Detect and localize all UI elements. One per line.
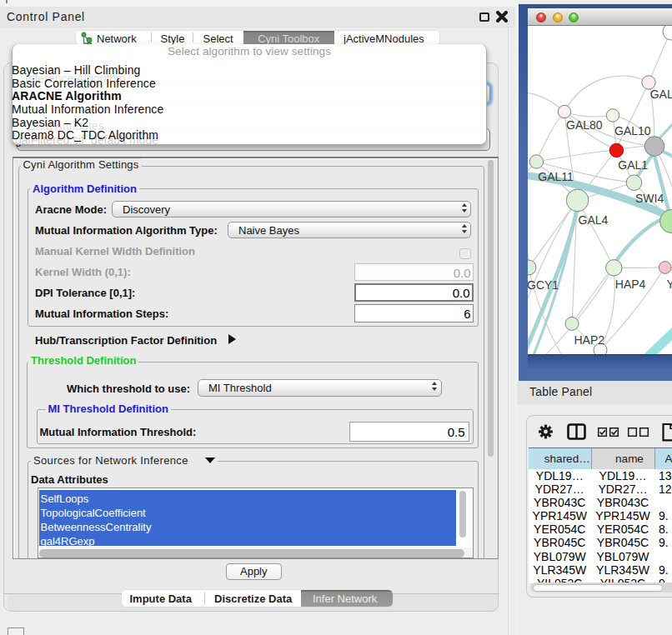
svg-text:SWI4: SWI4 <box>635 192 664 205</box>
svg-text:GCY1: GCY1 <box>528 278 559 292</box>
svg-text:Y: Y <box>667 278 672 291</box>
svg-text:GAL4: GAL4 <box>579 213 609 227</box>
svg-text:GAL: GAL <box>650 88 672 101</box>
svg-text:HAP4: HAP4 <box>615 278 646 291</box>
svg-text:GAL11: GAL11 <box>538 170 574 183</box>
svg-text:HAP2: HAP2 <box>574 333 605 347</box>
svg-text:GAL1: GAL1 <box>618 158 648 172</box>
svg-text:GAL80: GAL80 <box>566 118 603 132</box>
svg-text:GAL10: GAL10 <box>614 124 651 138</box>
